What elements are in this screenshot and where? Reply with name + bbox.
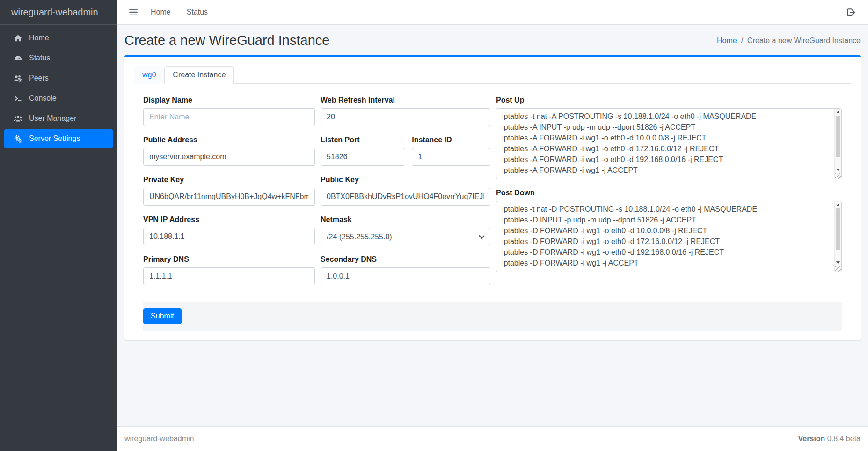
primary-dns-input[interactable] (143, 267, 315, 285)
page-title: Create a new WireGuard Instance (124, 33, 329, 48)
form-column-left: Display Name Public Address Private Key (143, 96, 315, 295)
footer-version-value: 0.8.4 beta (827, 435, 861, 443)
resize-grip-icon[interactable] (835, 266, 841, 272)
scrollbar-track[interactable] (835, 115, 841, 166)
instance-card: wg0 Create Instance Display Name (124, 55, 861, 340)
post-up-label: Post Up (496, 96, 842, 104)
sidebar-item-console[interactable]: Console (4, 89, 113, 108)
create-instance-form: Display Name Public Address Private Key (134, 84, 851, 331)
listen-port-input[interactable] (321, 148, 405, 166)
users-icon (13, 114, 23, 123)
main-area: Home Status Create a new WireGuard Insta… (117, 0, 868, 451)
sidebar-item-label: Server Settings (29, 134, 80, 143)
private-key-input[interactable] (143, 188, 315, 206)
navbar-link-home[interactable]: Home (144, 4, 177, 20)
post-down-textarea[interactable]: iptables -t nat -D POSTROUTING -s 10.188… (496, 201, 842, 272)
scrollbar-thumb[interactable] (836, 116, 840, 157)
vpn-ip-label: VPN IP Address (143, 215, 315, 224)
navbar-link-status[interactable]: Status (180, 4, 214, 20)
footer-brand: wireguard-webadmin (124, 435, 194, 443)
sidebar-item-user-manager[interactable]: User Manager (4, 109, 113, 128)
web-refresh-label: Web Refresh Interval (321, 96, 490, 104)
web-refresh-group: Web Refresh Interval (321, 96, 490, 126)
public-key-group: Public Key (321, 176, 490, 206)
listen-port-label: Listen Port (321, 136, 405, 144)
sidebar-item-label: User Manager (29, 114, 76, 123)
hamburger-icon[interactable] (125, 4, 141, 20)
display-name-input[interactable] (143, 108, 315, 126)
sidebar: wireguard-webadmin Home Status Peers (0, 0, 117, 451)
public-address-label: Public Address (143, 136, 315, 144)
submit-button[interactable]: Submit (143, 308, 182, 324)
sidebar-item-status[interactable]: Status (4, 49, 113, 67)
post-down-scrollbar[interactable] (834, 201, 841, 272)
sidebar-item-label: Console (29, 94, 57, 103)
instance-id-group: Instance ID (412, 136, 490, 166)
netmask-select[interactable]: /24 (255.255.255.0) (321, 228, 490, 245)
scroll-down-arrow-icon[interactable] (835, 259, 841, 266)
post-up-scrollbar[interactable] (834, 109, 841, 179)
web-refresh-input[interactable] (321, 108, 490, 126)
sidebar-item-label: Home (29, 34, 49, 42)
scroll-up-arrow-icon[interactable] (835, 201, 841, 208)
sign-out-icon[interactable] (843, 4, 859, 20)
primary-dns-group: Primary DNS (143, 255, 315, 285)
breadcrumb-home-link[interactable]: Home (717, 37, 737, 45)
tab-create-instance[interactable]: Create Instance (164, 66, 234, 84)
sidebar-item-server-settings[interactable]: Server Settings (4, 129, 113, 148)
tachometer-icon (13, 53, 23, 63)
vpn-ip-group: VPN IP Address (143, 215, 315, 245)
netmask-label: Netmask (321, 215, 490, 224)
top-navbar: Home Status (117, 0, 868, 25)
form-column-middle: Web Refresh Interval Listen Port (321, 96, 490, 295)
breadcrumb: Home / Create a new WireGuard Instance (717, 37, 861, 45)
cogs-icon (13, 134, 23, 143)
display-name-group: Display Name (143, 96, 315, 126)
scrollbar-thumb[interactable] (836, 208, 840, 250)
sidebar-item-label: Peers (29, 74, 49, 82)
brand[interactable]: wireguard-webadmin (0, 0, 117, 25)
tab-wg0[interactable]: wg0 (134, 66, 164, 84)
sidebar-item-label: Status (29, 54, 50, 62)
scroll-up-arrow-icon[interactable] (835, 109, 841, 115)
secondary-dns-input[interactable] (321, 267, 490, 285)
public-address-input[interactable] (143, 148, 315, 166)
sidebar-nav: Home Status Peers Console (0, 25, 117, 149)
private-key-label: Private Key (143, 176, 315, 184)
vpn-ip-input[interactable] (143, 228, 315, 245)
listen-port-group: Listen Port (321, 136, 405, 166)
tab-bar: wg0 Create Instance (134, 66, 851, 84)
private-key-group: Private Key (143, 176, 315, 206)
post-up-wrap: iptables -t nat -A POSTROUTING -s 10.188… (496, 108, 842, 179)
post-down-label: Post Down (496, 189, 842, 197)
public-key-label: Public Key (321, 176, 490, 184)
secondary-dns-group: Secondary DNS (321, 255, 490, 285)
sidebar-item-home[interactable]: Home (4, 29, 113, 47)
port-id-row: Listen Port Instance ID (321, 136, 490, 166)
terminal-icon (13, 94, 23, 103)
scrollbar-track[interactable] (835, 208, 841, 259)
post-up-textarea[interactable]: iptables -t nat -A POSTROUTING -s 10.188… (496, 108, 842, 179)
submit-strip: Submit (143, 302, 842, 331)
post-up-group: Post Up iptables -t nat -A POSTROUTING -… (496, 96, 842, 179)
breadcrumb-separator: / (741, 37, 743, 45)
instance-id-input[interactable] (412, 148, 490, 166)
footer-version-label: Version (798, 435, 825, 443)
breadcrumb-current: Create a new WireGuard Instance (747, 37, 861, 45)
content: Create a new WireGuard Instance Home / C… (117, 25, 868, 426)
public-key-input[interactable] (321, 188, 490, 206)
form-column-right: Post Up iptables -t nat -A POSTROUTING -… (496, 96, 842, 295)
footer-version: Version 0.8.4 beta (798, 435, 861, 443)
secondary-dns-label: Secondary DNS (321, 255, 490, 264)
content-header: Create a new WireGuard Instance Home / C… (124, 25, 861, 55)
card-body: wg0 Create Instance Display Name (124, 57, 861, 340)
resize-grip-icon[interactable] (835, 173, 841, 179)
post-down-wrap: iptables -t nat -D POSTROUTING -s 10.188… (496, 201, 842, 272)
page-footer: wireguard-webadmin Version 0.8.4 beta (117, 426, 868, 451)
users-cog-icon (13, 74, 23, 83)
home-icon (13, 33, 23, 43)
instance-id-label: Instance ID (412, 136, 490, 144)
primary-dns-label: Primary DNS (143, 255, 315, 264)
scroll-down-arrow-icon[interactable] (835, 166, 841, 173)
sidebar-item-peers[interactable]: Peers (4, 69, 113, 88)
